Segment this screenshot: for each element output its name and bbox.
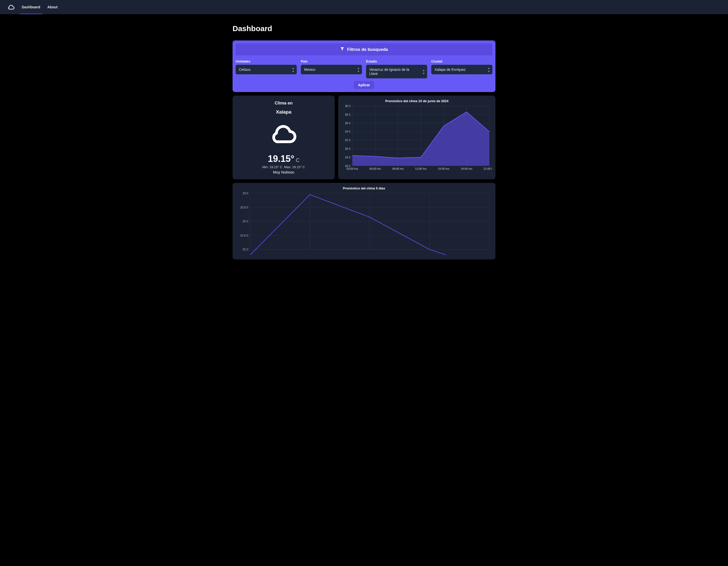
nav-dashboard-label: Dashboard (22, 5, 40, 9)
filter-country: País Mexico ▴▾ (301, 59, 362, 78)
filter-units-select[interactable]: Celsius ▴▾ (236, 65, 297, 74)
forecast-today-chart: 16 C18 C20 C22 C24 C26 C28 C30 C03:00 hr… (342, 104, 492, 171)
current-max: Max: 19.15° C (284, 165, 305, 169)
svg-text:22 C: 22 C (345, 139, 351, 142)
forecast-today-card: Pronóstico del clima 10 de junio de 2024… (338, 96, 495, 179)
svg-text:18:00 hrs: 18:00 hrs (461, 167, 472, 170)
svg-text:21:00 hrs: 21:00 hrs (484, 167, 492, 170)
svg-text:28 C: 28 C (345, 113, 351, 116)
filter-country-value: Mexico (304, 67, 315, 72)
apply-button[interactable]: Aplicar (354, 81, 374, 89)
filter-city-label: Ciudad (431, 59, 492, 63)
page-title: Dashboard (233, 24, 495, 33)
current-weather-card: Clima en Xalapa 19.15° C Min: 19.15° C M… (233, 96, 335, 179)
topbar: Dashboard About (0, 0, 728, 14)
filter-city: Ciudad Xalapa de Enríquez ▴▾ (431, 59, 492, 78)
filter-units: Unidades Celsius ▴▾ (236, 59, 297, 78)
svg-text:22.5 C: 22.5 C (240, 206, 249, 209)
filter-units-label: Unidades (236, 59, 297, 63)
svg-text:16 C: 16 C (345, 164, 351, 167)
nav-about[interactable]: About (47, 0, 57, 14)
filter-state-label: Estado (366, 59, 427, 63)
svg-text:06:00 hrs: 06:00 hrs (370, 167, 381, 170)
svg-text:22 C: 22 C (243, 220, 248, 223)
current-temp-unit: C (296, 157, 299, 163)
chevron-updown-icon: ▴▾ (292, 66, 294, 73)
current-min: Min: 19.15° C (262, 165, 282, 169)
current-weather-header: Clima en (238, 101, 330, 106)
svg-text:21 C: 21 C (243, 248, 248, 251)
current-weather-city: Xalapa (238, 109, 330, 115)
nav-dashboard[interactable]: Dashboard (22, 0, 40, 14)
svg-text:18 C: 18 C (345, 156, 351, 159)
chevron-updown-icon: ▴▾ (358, 66, 359, 73)
funnel-icon (340, 47, 345, 52)
filters-header: Filtros de busqueda (236, 43, 492, 55)
svg-text:03:00 hrs: 03:00 hrs (347, 167, 358, 170)
nav-links: Dashboard About (22, 0, 58, 14)
forecast-5day-svg: 21 C21.5 C22 C22.5 C23 C (236, 192, 492, 255)
forecast-today-svg: 16 C18 C20 C22 C24 C26 C28 C30 C03:00 hr… (342, 104, 492, 171)
nav-about-label: About (47, 5, 57, 9)
chevron-updown-icon: ▴▾ (488, 66, 490, 73)
svg-text:12:00 hrs: 12:00 hrs (415, 167, 427, 170)
filter-state-value: Veracruz de Ignacio de la Llave (369, 67, 409, 76)
filter-country-select[interactable]: Mexico ▴▾ (301, 65, 362, 74)
chevron-updown-icon: ▴▾ (423, 68, 424, 75)
forecast-5day-title: Pronóstico del clima 5 días (236, 186, 492, 190)
filters-header-label: Filtros de busqueda (347, 47, 388, 52)
svg-text:20 C: 20 C (345, 147, 351, 150)
svg-text:26 C: 26 C (345, 122, 351, 125)
svg-text:23 C: 23 C (243, 192, 248, 195)
forecast-5day-card: Pronóstico del clima 5 días 21 C21.5 C22… (233, 183, 495, 259)
filter-state-select[interactable]: Veracruz de Ignacio de la Llave ▴▾ (366, 65, 427, 78)
svg-text:21.5 C: 21.5 C (240, 234, 249, 237)
cloud-icon (238, 122, 330, 146)
svg-text:09:00 hrs: 09:00 hrs (392, 167, 404, 170)
filter-state: Estado Veracruz de Ignacio de la Llave ▴… (366, 59, 427, 78)
forecast-today-title: Pronóstico del clima 10 de junio de 2024 (342, 99, 492, 103)
svg-text:30 C: 30 C (345, 104, 351, 107)
svg-text:15:00 hrs: 15:00 hrs (438, 167, 450, 170)
svg-text:24 C: 24 C (345, 130, 351, 133)
current-temp: 19.15° (268, 153, 294, 164)
filters-card: Filtros de busqueda Unidades Celsius ▴▾ … (233, 40, 495, 92)
apply-button-label: Aplicar (358, 83, 370, 87)
current-condition: Muy Nuboso (238, 170, 330, 174)
app-logo-cloud-icon (8, 4, 15, 11)
filter-city-select[interactable]: Xalapa de Enríquez ▴▾ (431, 65, 492, 74)
filter-city-value: Xalapa de Enríquez (435, 67, 466, 72)
filter-country-label: País (301, 59, 362, 63)
forecast-5day-chart: 21 C21.5 C22 C22.5 C23 C (236, 192, 492, 255)
filter-units-value: Celsius (239, 67, 251, 72)
